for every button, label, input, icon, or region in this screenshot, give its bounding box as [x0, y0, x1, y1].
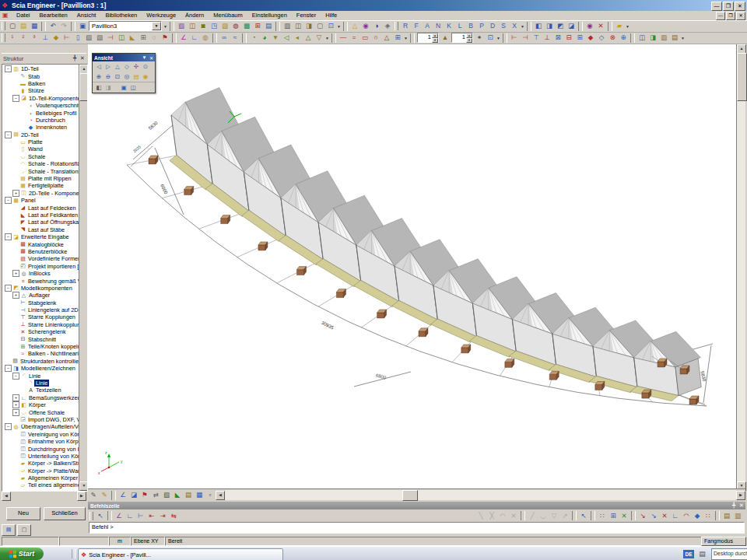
tree-item[interactable]: ◫Vereinigung von Körpern	[3, 431, 87, 438]
title-bar[interactable]: ❖ Scia Engineer - [Pavillion3 : 1] — ❐ ✕	[0, 0, 747, 11]
tree-item-label[interactable]: Benutzerblöcke	[26, 248, 68, 255]
tree-item-label[interactable]: Stab	[26, 73, 41, 80]
tree-item-label[interactable]: Schale	[26, 153, 47, 160]
previous-view-button[interactable]: ▤	[132, 72, 141, 81]
offset-right-button[interactable]: ⇥	[157, 511, 168, 521]
tree-expander[interactable]: +	[12, 190, 19, 197]
grid-step-spinner[interactable]: 1 ▲▼	[451, 33, 473, 43]
show-forces-toggle[interactable]: F	[411, 21, 422, 31]
load-labels-toggle[interactable]: ◆	[51, 33, 61, 43]
check-nodes-button[interactable]: ⊗	[607, 33, 618, 43]
tree-item[interactable]: ▨Vordefinierte Formen	[3, 255, 87, 262]
tree-item[interactable]: −◨Modellieren/Zeichnen	[3, 365, 87, 372]
align-members-button[interactable]: ⊤	[531, 33, 542, 43]
mesh-display-toggle[interactable]: ⊞	[138, 33, 149, 43]
tree-item[interactable]: ▬Balken	[3, 80, 87, 87]
menu-bearbeiten[interactable]: Bearbeiten	[35, 11, 72, 20]
tree-item-label[interactable]: Last auf Stäbe	[26, 226, 66, 233]
tree-item-label[interactable]: Strukturdaten kontrollieren	[19, 358, 87, 365]
select-cursor-button[interactable]: ↖	[95, 511, 106, 521]
tab-struktur[interactable]: ▤	[2, 524, 16, 536]
maximize-button[interactable]: ❐	[723, 2, 734, 11]
toolbar-grip[interactable]	[395, 22, 398, 30]
libraries-button[interactable]: ◍	[230, 21, 241, 31]
tree-item-label[interactable]: Allgemeinen Körper in	[26, 474, 86, 481]
toolbar-overflow[interactable]: ▼	[496, 36, 501, 40]
zoom-lock-button[interactable]: ⊙	[141, 62, 150, 71]
chamfer-tool-button[interactable]: ▽	[549, 511, 559, 521]
reverse-member-button[interactable]: ⊞	[574, 33, 585, 43]
menu-fenster[interactable]: Fenster	[292, 11, 321, 20]
new-file-button[interactable]: ▢	[7, 21, 18, 31]
taskbar-task-scia[interactable]: ❖ Scia Engineer - [Pavill...	[78, 548, 283, 560]
labels-all-toggle[interactable]: ⚑	[160, 33, 170, 43]
close-icon[interactable]: ✕	[148, 55, 155, 61]
line-tool-button[interactable]: ╲	[475, 511, 486, 521]
minimize-button[interactable]: —	[711, 2, 722, 11]
tree-item-label[interactable]: Voutenquerschnitt	[34, 102, 82, 109]
local-axes-toggle[interactable]: ⊢	[61, 33, 72, 43]
tree-item[interactable]: −◪Erweiterte Eingabe	[3, 233, 87, 240]
tree-item[interactable]: ▱Teil eines allgemeinen	[3, 481, 87, 488]
tree-item-label[interactable]: Erweiterte Eingabe	[19, 233, 71, 240]
section-symbols-toggle[interactable]: ⊣	[105, 33, 116, 43]
project-combobox[interactable]: Pavillion3 ▼	[89, 21, 162, 31]
tree-item[interactable]: ◝Linie	[3, 380, 87, 387]
delete-tool-button[interactable]: ✕	[508, 511, 519, 521]
show-beams-toggle[interactable]: B	[465, 21, 476, 31]
tree-item[interactable]: ◠Schale - Rotationsfläche	[3, 160, 87, 167]
tree-item-label[interactable]: Teile/Knoten koppeln	[26, 343, 82, 350]
cursor-filter-button[interactable]: ↖	[578, 511, 589, 521]
desktop-search-input[interactable]: Desktop durchsuchen	[711, 548, 747, 560]
layers-button[interactable]: ▩	[241, 21, 252, 31]
tree-item[interactable]: −◪1D-Teil-Komponenten	[3, 95, 87, 102]
ucs-button[interactable]: ∠	[178, 33, 189, 43]
pin-icon[interactable]: ╇	[71, 54, 79, 62]
tree-expander[interactable]: −	[5, 285, 12, 292]
tree-item[interactable]: ATextzeilen	[3, 387, 87, 394]
tree-item[interactable]: ✕Scherengelenk	[3, 328, 87, 335]
show-plates-toggle[interactable]: P	[476, 21, 487, 31]
pen-tool-button[interactable]: ✎	[99, 490, 110, 500]
print-button[interactable]: ▥	[282, 21, 293, 31]
calculation-button[interactable]: ▧	[176, 21, 187, 31]
support-labels-toggle[interactable]: ⊥	[40, 33, 51, 43]
tree-item-label[interactable]: Platte mit Rippen	[26, 175, 73, 182]
tree-item[interactable]: +◧Körper	[3, 401, 87, 408]
menu-ansicht[interactable]: Ansicht	[72, 11, 101, 20]
tree-item-label[interactable]: Durchbruch	[34, 117, 67, 124]
show-loads-toggle[interactable]: L	[454, 21, 465, 31]
copy-view-button[interactable]: ◧	[533, 21, 544, 31]
tree-item-label[interactable]: Teil eines allgemeinen	[26, 481, 86, 488]
snap-node-toggle[interactable]: ◆	[692, 511, 703, 521]
show-dimensions-toggle[interactable]: D	[487, 21, 498, 31]
scrollbar-thumb[interactable]	[737, 53, 747, 101]
pin-icon[interactable]: ╇	[730, 502, 738, 509]
draw-line-button[interactable]: —	[338, 33, 349, 43]
hide-selection-button[interactable]: ◂	[292, 33, 303, 43]
paste-properties-button[interactable]: ◪	[566, 21, 577, 31]
tree-item-label[interactable]: Balken	[26, 80, 47, 87]
show-all-button[interactable]: △	[303, 33, 314, 43]
ortho-button[interactable]: ∟	[124, 511, 135, 521]
tracking-button[interactable]: ⊢	[135, 511, 146, 521]
tree-item[interactable]: ≡Bewehrung gemäß V	[3, 277, 87, 284]
combinations-button[interactable]: ▨	[219, 21, 230, 31]
load-cases-button[interactable]: ◳	[209, 21, 219, 31]
model-viewport[interactable]: 5830202560003093568005830 zyx ▲ ▼ ✎✎∠◪⚑⇄…	[88, 44, 745, 500]
section-labels-toggle[interactable]: ³	[29, 33, 40, 43]
start-button[interactable]: Start	[0, 548, 44, 560]
schliessen-button[interactable]: Schließen	[44, 507, 86, 520]
tree-item[interactable]: ≈Balken - Nichtlinearität	[3, 350, 87, 357]
select-by-layer-button[interactable]: ◔	[248, 33, 259, 43]
offset-both-button[interactable]: ⇆	[168, 511, 179, 521]
axis-tool-button[interactable]: ∠	[117, 490, 128, 500]
activity-button[interactable]: △	[349, 21, 360, 31]
tree-expander[interactable]: +	[12, 409, 19, 416]
tree-item[interactable]: ▮Stütze	[3, 87, 87, 94]
offset-left-button[interactable]: ⇤	[146, 511, 157, 521]
tree-item-label[interactable]: Beliebiges Profil	[34, 110, 78, 117]
wireframe-mode-button[interactable]: ◨	[103, 83, 113, 92]
ansicht-toolbar-titlebar[interactable]: Ansicht ▼ ✕	[93, 54, 155, 61]
tree-item[interactable]: ◗Beliebiges Profil	[3, 109, 87, 116]
